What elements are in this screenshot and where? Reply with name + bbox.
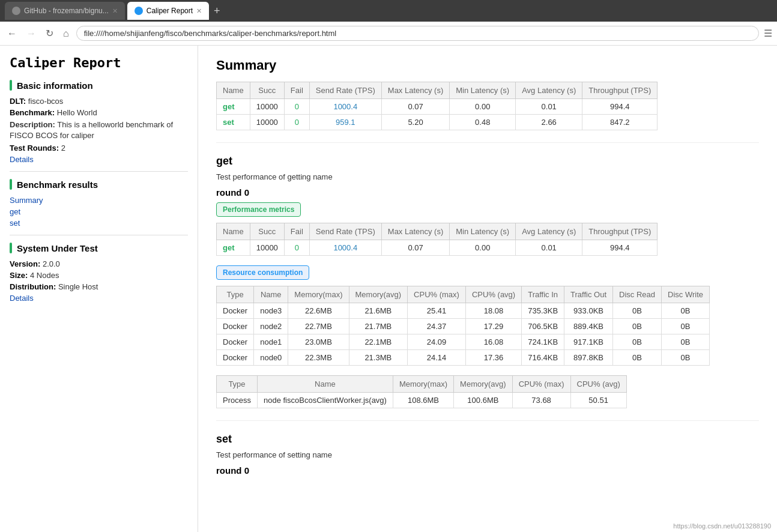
tab-caliper-label: Caliper Report — [147, 7, 193, 15]
tab-caliper[interactable]: Caliper Report ✕ — [127, 2, 209, 20]
cell-trafficout: 897.8KB — [564, 350, 613, 366]
cell-memavg: 22.1MB — [349, 334, 408, 350]
table-row: set 10000 0 959.1 5.20 0.48 2.66 847.2 — [217, 115, 658, 130]
cell-maxlat: 5.20 — [381, 115, 449, 130]
perf-metrics-badge: Performance metrics — [216, 202, 301, 217]
cell-minlat: 0.48 — [450, 115, 516, 130]
cell-name: get — [217, 240, 250, 256]
cell-cpuavg: 17.36 — [465, 350, 521, 366]
get-col-maxlat: Max Latency (s) — [381, 223, 449, 240]
summary-link[interactable]: Summary — [10, 196, 188, 205]
res-col-cpumax: CPU% (max) — [408, 286, 466, 303]
get-col-minlat: Min Latency (s) — [450, 223, 516, 240]
new-tab-button[interactable]: + — [214, 5, 220, 17]
summary-col-avglat: Avg Latency (s) — [516, 82, 582, 99]
cell-discread: 0B — [613, 319, 662, 334]
proc-col-memavg: Memory(avg) — [454, 376, 513, 393]
cell-maxlat: 0.07 — [381, 240, 449, 256]
content-area: Summary Name Succ Fail Send Rate (TPS) M… — [198, 46, 777, 532]
proc-col-cpumax: CPU% (max) — [512, 376, 570, 393]
reload-button[interactable]: ↻ — [43, 25, 56, 41]
get-col-fail: Fail — [284, 223, 309, 240]
browser-addressbar: ← → ↻ ⌂ ☰ — [0, 22, 777, 46]
tab-caliper-icon — [135, 7, 143, 15]
cell-name: node2 — [254, 319, 288, 334]
table-row: get 10000 0 1000.4 0.07 0.00 0.01 994.4 — [217, 240, 658, 256]
cell-tput: 994.4 — [582, 99, 658, 115]
resource-consumption-badge: Resource consumption — [216, 265, 309, 280]
cell-memmax: 22.6MB — [288, 303, 349, 319]
size-row: Size: 4 Nodes — [10, 271, 188, 280]
cell-trafficin: 724.1KB — [522, 334, 564, 350]
tab-github-close[interactable]: ✕ — [112, 7, 118, 15]
cell-name: node1 — [254, 334, 288, 350]
get-round0-heading: round 0 — [216, 187, 759, 198]
get-link[interactable]: get — [10, 207, 188, 216]
cell-name: set — [217, 115, 250, 130]
test-rounds-row: Test Rounds: 2 — [10, 144, 188, 153]
address-input[interactable] — [76, 26, 759, 41]
cell-type: Docker — [217, 334, 254, 350]
tab-github[interactable]: GitHub - frozeman/bignu... ✕ — [5, 2, 125, 20]
res-col-trafficout: Traffic Out — [564, 286, 613, 303]
cell-name: node3 — [254, 303, 288, 319]
cell-discwrite: 0B — [662, 334, 710, 350]
table-row: get 10000 0 1000.4 0.07 0.00 0.01 994.4 — [217, 99, 658, 115]
back-button[interactable]: ← — [5, 26, 19, 41]
cell-minlat: 0.00 — [450, 99, 516, 115]
sut-header: System Under Test — [10, 243, 188, 253]
res-col-cpuavg: CPU% (avg) — [465, 286, 521, 303]
dlt-row: DLT: fisco-bcos — [10, 97, 188, 106]
details-link-2[interactable]: Details — [10, 294, 188, 303]
tab-caliper-close[interactable]: ✕ — [196, 7, 202, 15]
main-content: Caliper Report Basic information DLT: fi… — [0, 46, 777, 532]
cell-cpumax: 73.68 — [512, 393, 570, 408]
cell-fail: 0 — [284, 240, 309, 256]
table-row: Docker node1 23.0MB 22.1MB 24.09 16.08 7… — [217, 334, 710, 350]
get-col-tput: Throughput (TPS) — [582, 223, 658, 240]
bookmark-button[interactable]: ☰ — [764, 28, 772, 39]
summary-col-fail: Fail — [284, 82, 309, 99]
divider-2 — [216, 420, 759, 421]
cell-memmax: 108.6MB — [393, 393, 453, 408]
cell-trafficin: 716.4KB — [522, 350, 564, 366]
res-col-memavg: Memory(avg) — [349, 286, 408, 303]
forward-button[interactable]: → — [24, 26, 38, 41]
cell-fail: 0 — [284, 99, 309, 115]
cell-discwrite: 0B — [662, 319, 710, 334]
proc-col-name: Name — [257, 376, 393, 393]
cell-discread: 0B — [613, 303, 662, 319]
sidebar-divider-2 — [10, 235, 188, 235]
get-col-name: Name — [217, 223, 250, 240]
get-process-table: Type Name Memory(max) Memory(avg) CPU% (… — [216, 375, 627, 408]
get-resource-table: Type Name Memory(max) Memory(avg) CPU% (… — [216, 286, 710, 366]
cell-succ: 10000 — [250, 115, 284, 130]
home-button[interactable]: ⌂ — [61, 26, 71, 41]
summary-col-sendrate: Send Rate (TPS) — [309, 82, 381, 99]
cell-avglat: 0.01 — [516, 99, 582, 115]
summary-heading: Summary — [216, 58, 759, 73]
benchmark-results-header: Benchmark results — [10, 179, 188, 190]
tab-github-icon — [12, 7, 20, 15]
cell-maxlat: 0.07 — [381, 99, 449, 115]
cell-cpuavg: 16.08 — [465, 334, 521, 350]
cell-discwrite: 0B — [662, 303, 710, 319]
res-col-type: Type — [217, 286, 254, 303]
summary-col-name: Name — [217, 82, 250, 99]
summary-col-maxlat: Max Latency (s) — [381, 82, 449, 99]
res-col-trafficin: Traffic In — [522, 286, 564, 303]
details-link-1[interactable]: Details — [10, 155, 188, 164]
res-col-name: Name — [254, 286, 288, 303]
cell-cpumax: 24.37 — [408, 319, 466, 334]
cell-memavg: 21.7MB — [349, 319, 408, 334]
table-row: Docker node0 22.3MB 21.3MB 24.14 17.36 7… — [217, 350, 710, 366]
set-link[interactable]: set — [10, 219, 188, 228]
sidebar: Caliper Report Basic information DLT: fi… — [0, 46, 198, 532]
distribution-row: Distribution: Single Host — [10, 282, 188, 291]
summary-col-succ: Succ — [250, 82, 284, 99]
cell-memmax: 22.7MB — [288, 319, 349, 334]
get-col-succ: Succ — [250, 223, 284, 240]
cell-fail: 0 — [284, 115, 309, 130]
cell-sendrate: 1000.4 — [309, 240, 381, 256]
set-heading: set — [216, 433, 759, 446]
